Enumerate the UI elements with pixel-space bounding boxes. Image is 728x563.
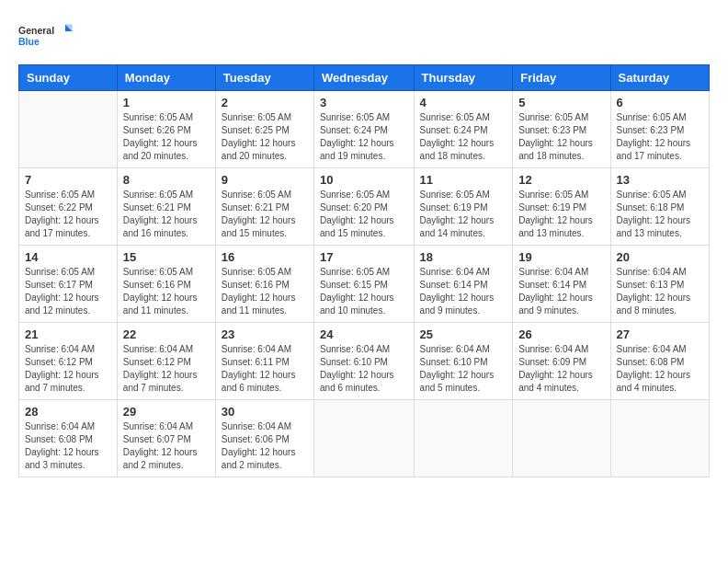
day-number: 16	[222, 250, 308, 264]
day-info: Sunrise: 6:05 AMSunset: 6:19 PMDaylight:…	[518, 189, 604, 240]
day-number: 4	[420, 96, 507, 109]
calendar-cell: 21Sunrise: 6:04 AMSunset: 6:12 PMDayligh…	[19, 323, 118, 400]
calendar-cell: 19Sunrise: 6:04 AMSunset: 6:14 PMDayligh…	[513, 246, 610, 323]
day-of-week-header: Sunday	[19, 65, 118, 91]
day-of-week-header: Friday	[513, 65, 610, 91]
calendar-cell: 22Sunrise: 6:04 AMSunset: 6:12 PMDayligh…	[117, 323, 215, 400]
day-info: Sunrise: 6:05 AMSunset: 6:19 PMDaylight:…	[420, 189, 507, 240]
calendar-cell	[314, 400, 415, 477]
day-number: 27	[617, 327, 703, 341]
day-info: Sunrise: 6:05 AMSunset: 6:18 PMDaylight:…	[617, 189, 703, 240]
day-number: 13	[617, 173, 703, 187]
day-number: 20	[617, 250, 703, 264]
day-info: Sunrise: 6:04 AMSunset: 6:11 PMDaylight:…	[222, 343, 308, 395]
calendar-week-row: 21Sunrise: 6:04 AMSunset: 6:12 PMDayligh…	[19, 323, 710, 400]
calendar-cell: 16Sunrise: 6:05 AMSunset: 6:16 PMDayligh…	[215, 246, 313, 323]
day-number: 29	[123, 405, 210, 419]
day-info: Sunrise: 6:04 AMSunset: 6:08 PMDaylight:…	[617, 343, 703, 395]
calendar-cell: 5Sunrise: 6:05 AMSunset: 6:23 PMDaylight…	[513, 91, 610, 168]
day-number: 30	[222, 405, 308, 419]
calendar-cell: 8Sunrise: 6:05 AMSunset: 6:21 PMDaylight…	[117, 168, 215, 246]
calendar-cell: 2Sunrise: 6:05 AMSunset: 6:25 PMDaylight…	[215, 91, 313, 168]
calendar-cell: 23Sunrise: 6:04 AMSunset: 6:11 PMDayligh…	[215, 323, 313, 400]
day-number: 10	[320, 173, 408, 187]
day-of-week-header: Tuesday	[215, 65, 313, 91]
day-number: 5	[518, 96, 604, 109]
day-number: 12	[518, 173, 604, 187]
day-info: Sunrise: 6:04 AMSunset: 6:14 PMDaylight:…	[518, 266, 604, 317]
calendar-cell: 17Sunrise: 6:05 AMSunset: 6:15 PMDayligh…	[314, 246, 415, 323]
calendar-week-row: 1Sunrise: 6:05 AMSunset: 6:26 PMDaylight…	[19, 91, 710, 168]
day-info: Sunrise: 6:05 AMSunset: 6:24 PMDaylight:…	[420, 111, 507, 163]
day-info: Sunrise: 6:05 AMSunset: 6:15 PMDaylight:…	[320, 266, 408, 317]
calendar-cell: 30Sunrise: 6:04 AMSunset: 6:06 PMDayligh…	[215, 400, 313, 477]
day-number: 3	[320, 96, 408, 109]
day-info: Sunrise: 6:04 AMSunset: 6:08 PMDaylight:…	[25, 420, 111, 472]
day-number: 14	[25, 250, 111, 264]
calendar-header-row: SundayMondayTuesdayWednesdayThursdayFrid…	[19, 65, 710, 91]
day-info: Sunrise: 6:04 AMSunset: 6:09 PMDaylight:…	[518, 343, 604, 395]
day-of-week-header: Monday	[117, 65, 215, 91]
day-number: 15	[123, 250, 210, 264]
day-info: Sunrise: 6:05 AMSunset: 6:16 PMDaylight:…	[123, 266, 210, 317]
day-of-week-header: Saturday	[610, 65, 709, 91]
day-info: Sunrise: 6:05 AMSunset: 6:26 PMDaylight:…	[123, 111, 210, 163]
day-info: Sunrise: 6:04 AMSunset: 6:12 PMDaylight:…	[123, 343, 210, 395]
day-info: Sunrise: 6:04 AMSunset: 6:12 PMDaylight:…	[25, 343, 111, 395]
day-number: 24	[320, 327, 408, 341]
day-info: Sunrise: 6:05 AMSunset: 6:24 PMDaylight:…	[320, 111, 408, 163]
calendar-cell: 12Sunrise: 6:05 AMSunset: 6:19 PMDayligh…	[513, 168, 610, 246]
day-info: Sunrise: 6:04 AMSunset: 6:07 PMDaylight:…	[123, 420, 210, 472]
calendar-cell: 27Sunrise: 6:04 AMSunset: 6:08 PMDayligh…	[610, 323, 709, 400]
day-number: 25	[420, 327, 507, 341]
calendar-cell: 14Sunrise: 6:05 AMSunset: 6:17 PMDayligh…	[19, 246, 118, 323]
calendar-cell	[414, 400, 513, 477]
calendar-cell: 1Sunrise: 6:05 AMSunset: 6:26 PMDaylight…	[117, 91, 215, 168]
day-number: 8	[123, 173, 210, 187]
calendar-cell: 20Sunrise: 6:04 AMSunset: 6:13 PMDayligh…	[610, 246, 709, 323]
calendar-week-row: 28Sunrise: 6:04 AMSunset: 6:08 PMDayligh…	[19, 400, 710, 477]
day-info: Sunrise: 6:05 AMSunset: 6:22 PMDaylight:…	[25, 189, 111, 240]
day-number: 7	[25, 173, 111, 187]
day-info: Sunrise: 6:04 AMSunset: 6:10 PMDaylight:…	[420, 343, 507, 395]
day-number: 28	[25, 405, 111, 419]
day-info: Sunrise: 6:04 AMSunset: 6:10 PMDaylight:…	[320, 343, 408, 395]
calendar-cell: 11Sunrise: 6:05 AMSunset: 6:19 PMDayligh…	[414, 168, 513, 246]
day-info: Sunrise: 6:05 AMSunset: 6:21 PMDaylight:…	[222, 189, 308, 240]
calendar-cell: 15Sunrise: 6:05 AMSunset: 6:16 PMDayligh…	[117, 246, 215, 323]
calendar-cell: 6Sunrise: 6:05 AMSunset: 6:23 PMDaylight…	[610, 91, 709, 168]
calendar-cell: 9Sunrise: 6:05 AMSunset: 6:21 PMDaylight…	[215, 168, 313, 246]
calendar-cell	[513, 400, 610, 477]
calendar-cell: 28Sunrise: 6:04 AMSunset: 6:08 PMDayligh…	[19, 400, 118, 477]
calendar-cell: 29Sunrise: 6:04 AMSunset: 6:07 PMDayligh…	[117, 400, 215, 477]
day-info: Sunrise: 6:05 AMSunset: 6:23 PMDaylight:…	[617, 111, 703, 163]
calendar-cell: 26Sunrise: 6:04 AMSunset: 6:09 PMDayligh…	[513, 323, 610, 400]
calendar-cell	[19, 91, 118, 168]
calendar-table: SundayMondayTuesdayWednesdayThursdayFrid…	[18, 64, 710, 477]
logo-svg: General Blue	[18, 18, 74, 55]
day-of-week-header: Wednesday	[314, 65, 415, 91]
logo: General Blue	[18, 18, 74, 55]
day-number: 21	[25, 327, 111, 341]
calendar-week-row: 14Sunrise: 6:05 AMSunset: 6:17 PMDayligh…	[19, 246, 710, 323]
calendar-cell: 4Sunrise: 6:05 AMSunset: 6:24 PMDaylight…	[414, 91, 513, 168]
day-number: 19	[518, 250, 604, 264]
day-number: 6	[617, 96, 703, 109]
day-info: Sunrise: 6:05 AMSunset: 6:23 PMDaylight:…	[518, 111, 604, 163]
calendar-cell: 13Sunrise: 6:05 AMSunset: 6:18 PMDayligh…	[610, 168, 709, 246]
day-number: 26	[518, 327, 604, 341]
calendar-cell: 18Sunrise: 6:04 AMSunset: 6:14 PMDayligh…	[414, 246, 513, 323]
calendar-cell: 25Sunrise: 6:04 AMSunset: 6:10 PMDayligh…	[414, 323, 513, 400]
day-number: 18	[420, 250, 507, 264]
calendar-cell: 24Sunrise: 6:04 AMSunset: 6:10 PMDayligh…	[314, 323, 415, 400]
svg-text:General: General	[18, 25, 54, 36]
calendar-cell	[610, 400, 709, 477]
day-info: Sunrise: 6:05 AMSunset: 6:25 PMDaylight:…	[222, 111, 308, 163]
day-number: 22	[123, 327, 210, 341]
calendar-cell: 3Sunrise: 6:05 AMSunset: 6:24 PMDaylight…	[314, 91, 415, 168]
day-info: Sunrise: 6:04 AMSunset: 6:13 PMDaylight:…	[617, 266, 703, 317]
page-header: General Blue	[18, 18, 710, 55]
day-number: 1	[123, 96, 210, 109]
day-info: Sunrise: 6:05 AMSunset: 6:16 PMDaylight:…	[222, 266, 308, 317]
day-info: Sunrise: 6:05 AMSunset: 6:20 PMDaylight:…	[320, 189, 408, 240]
